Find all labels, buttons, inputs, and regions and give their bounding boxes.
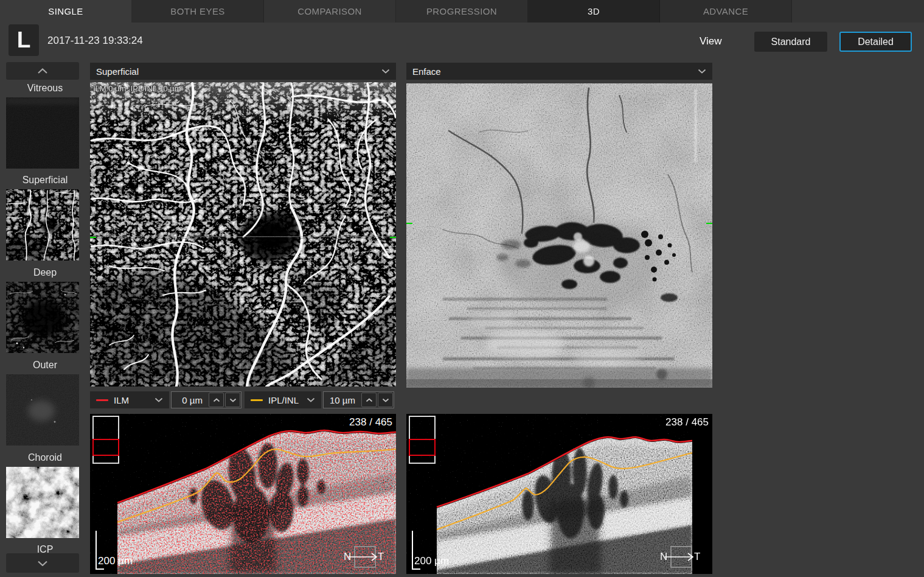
thumbnail-superficial[interactable]: [6, 189, 79, 261]
bscan-structure-panel[interactable]: 238 / 465 200 µm N T: [406, 414, 712, 574]
slab-overlay-label: ILM 0 µm IPL/INL 10 µm: [93, 84, 181, 93]
crosshair-tick-right: [706, 223, 712, 224]
boundary1-dropdown[interactable]: ILM: [90, 391, 169, 408]
tab-single[interactable]: SINGLE: [0, 0, 132, 23]
boundary1-name: ILM: [114, 395, 155, 405]
boundary2-offset-value: 10 µm: [324, 395, 360, 405]
thumbnail-outer[interactable]: [6, 374, 79, 446]
chevron-down-icon: [382, 398, 389, 402]
thumbnail-deep[interactable]: [6, 282, 79, 353]
ilm-line-color-swatch: [96, 399, 108, 401]
sidebar-label-outer: Outer: [0, 360, 90, 371]
laterality-badge: L: [9, 24, 39, 56]
boundary2-offset-increase-button[interactable]: [361, 393, 377, 407]
tab-progression[interactable]: PROGRESSION: [396, 0, 528, 23]
angio-layer-dropdown[interactable]: Superficial: [90, 63, 396, 80]
scale-label: 200 µm: [414, 555, 449, 567]
standard-view-button[interactable]: Standard: [754, 32, 827, 52]
sidebar-label-superficial: Superficial: [0, 175, 90, 186]
crosshair-tick-right: [390, 237, 396, 238]
depth-navigator: [92, 416, 122, 466]
tab-both-eyes[interactable]: BOTH EYES: [132, 0, 264, 23]
view-label: View: [700, 35, 722, 47]
bscan-angio-panel[interactable]: 238 / 465 200 µm N T: [90, 414, 396, 574]
scale-label: 200 µm: [98, 555, 133, 567]
chevron-down-icon: [698, 69, 706, 74]
tab-bar-filler: [792, 0, 924, 23]
boundary1-offset-value: 0 µm: [172, 395, 207, 405]
chevron-down-icon: [229, 398, 237, 402]
frame-counter: 238 / 465: [665, 416, 709, 428]
direction-arrow-icon: [349, 546, 380, 568]
tab-3d[interactable]: 3D: [528, 0, 660, 23]
chevron-up-icon: [37, 68, 48, 74]
sidebar-label-deep: Deep: [0, 267, 90, 278]
angiogram-viewer[interactable]: ILM 0 µm IPL/INL 10 µm: [90, 82, 396, 386]
thumbnail-vitreous[interactable]: [6, 97, 79, 169]
boundary1-offset-spinner: 0 µm: [171, 391, 241, 408]
frame-counter: 238 / 465: [349, 416, 392, 428]
boundary1-offset-decrease-button[interactable]: [225, 393, 240, 407]
temporal-label: T: [378, 551, 384, 563]
tab-comparison[interactable]: COMPARISON: [264, 0, 396, 23]
crosshair-tick-left: [90, 237, 96, 238]
scan-timestamp: 2017-11-23 19:33:24: [47, 35, 143, 47]
enface-image: [406, 83, 712, 388]
boundary2-name: IPL/INL: [268, 395, 307, 405]
thumbnail-choroid[interactable]: [6, 467, 79, 538]
boundary2-offset-spinner: 10 µm: [323, 391, 394, 408]
chevron-down-icon: [381, 69, 390, 74]
direction-arrow-icon: [665, 546, 696, 568]
crosshair-tick-left: [406, 223, 412, 224]
orientation-indicator: N T: [660, 546, 705, 569]
angio-dropdown-value: Superficial: [96, 66, 381, 77]
oct-angiography-app: SINGLE BOTH EYES COMPARISON PROGRESSION …: [0, 0, 924, 577]
chevron-down-icon: [37, 561, 48, 566]
chevron-down-icon: [155, 397, 163, 402]
scroll-up-button[interactable]: [6, 62, 79, 80]
chevron-up-icon: [366, 398, 373, 402]
depth-navigator: [409, 416, 438, 466]
boundary1-offset-increase-button[interactable]: [209, 393, 224, 407]
temporal-label: T: [694, 551, 700, 563]
chevron-down-icon: [307, 397, 315, 402]
tab-advance[interactable]: ADVANCE: [660, 0, 792, 23]
scroll-down-button[interactable]: [6, 553, 79, 573]
detailed-view-button[interactable]: Detailed: [839, 32, 912, 52]
superficial-angiogram-image: [90, 82, 396, 386]
chevron-up-icon: [213, 398, 220, 402]
sidebar-label-vitreous: Vitreous: [0, 83, 90, 94]
boundary2-offset-decrease-button[interactable]: [378, 393, 393, 407]
iplinl-line-color-swatch: [251, 399, 263, 401]
main-tab-bar: SINGLE BOTH EYES COMPARISON PROGRESSION …: [0, 0, 924, 23]
boundary2-dropdown[interactable]: IPL/INL: [245, 391, 321, 408]
layer-thumbnail-sidebar: Vitreous Superficial: [0, 61, 90, 577]
enface-dropdown-value: Enface: [412, 66, 698, 77]
enface-viewer[interactable]: [406, 83, 712, 388]
navigator-slab-box[interactable]: [409, 439, 436, 456]
enface-layer-dropdown[interactable]: Enface: [406, 63, 712, 80]
orientation-indicator: N T: [344, 546, 389, 569]
sidebar-label-choroid: Choroid: [0, 452, 90, 463]
navigator-slab-box[interactable]: [92, 439, 119, 456]
